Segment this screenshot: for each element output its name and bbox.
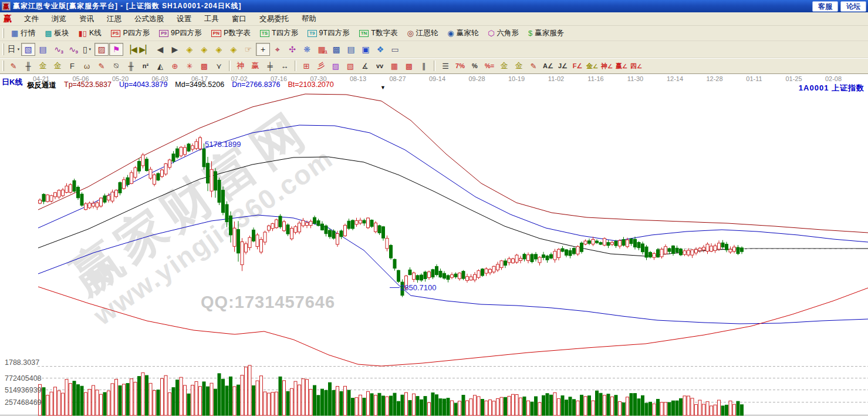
box-tool[interactable]: ⊞ [299, 60, 313, 72]
quote-grid-button[interactable]: ▦行情 [6, 26, 40, 40]
grid-arrow-tool[interactable]: ▩ [402, 60, 416, 72]
menu-item-5[interactable]: 设置 [170, 12, 198, 26]
a-angle-tool[interactable]: A∠ [541, 60, 555, 72]
percent-line-tool[interactable]: %= [482, 60, 497, 72]
starburst-tool[interactable]: ✳ [183, 60, 197, 72]
f-ruler-tool[interactable]: F [65, 60, 79, 72]
wave3-button[interactable]: ∿3 [50, 43, 65, 56]
sector-button[interactable]: ▩板块 [40, 26, 73, 40]
trend-angle-tool[interactable]: ∡ [358, 60, 372, 72]
p-square-button[interactable]: PSP四方形 [106, 26, 155, 40]
percent7-tool[interactable]: 7% [453, 60, 467, 72]
gann-fan-tool[interactable]: 彡 [314, 60, 328, 72]
magnify-button[interactable]: ⌖ [271, 43, 285, 56]
kline-chart-canvas[interactable] [0, 74, 868, 416]
ruler-123-tool-icon: ╪ [267, 62, 272, 71]
prev-bar-button[interactable]: ◀ [153, 43, 167, 56]
web-button[interactable]: ❖ [373, 43, 387, 56]
fork-tool[interactable]: ⋎ [212, 60, 226, 72]
candle-style-dropdown[interactable]: ▯▾ [80, 43, 94, 56]
menu-item-0[interactable]: 文件 [18, 12, 45, 26]
width-measure-tool[interactable]: ↔ [278, 60, 292, 72]
hexagon-button[interactable]: ⬡六角形 [483, 26, 523, 40]
f-angle-tool[interactable]: F∠ [570, 60, 585, 72]
hand-tool-button[interactable]: ☞ [241, 43, 255, 56]
pencil-tool[interactable]: ✎ [6, 60, 21, 72]
ying-ruler-tool[interactable]: 赢 [248, 60, 262, 72]
knife2-tool[interactable]: ✎ [526, 60, 541, 72]
gann-ruler-tool[interactable]: ╫ [21, 60, 35, 72]
zigzag-tool[interactable]: vv [373, 60, 387, 72]
j-angle-tool[interactable]: J∠ [556, 60, 570, 72]
ying-angle-tool[interactable]: 赢∠ [614, 60, 629, 72]
wave9-button[interactable]: ∿9 [65, 43, 79, 56]
percent-tool[interactable]: % [468, 60, 482, 72]
kline-button[interactable]: ▮▯K线 [74, 26, 106, 40]
red-grid-tool[interactable]: ▦ [387, 60, 401, 72]
scroll-right-button[interactable]: ◈ [197, 43, 211, 56]
scroll-left-button[interactable]: ◈ [183, 43, 197, 56]
menu-item-6[interactable]: 工具 [198, 12, 225, 26]
notepad-button[interactable]: ▤ [344, 43, 358, 56]
circle-ruler-tool[interactable]: ⍉ [109, 60, 123, 72]
first-bar-button[interactable]: ▕◀ [124, 43, 138, 56]
fan-box-tool[interactable]: ▨ [329, 60, 343, 72]
menu-item-4[interactable]: 公式选股 [128, 12, 170, 26]
annotation-dash [390, 287, 400, 288]
info-list-button[interactable]: ▤ [36, 43, 50, 56]
customer-service-button[interactable]: 客服 [812, 1, 838, 12]
bars-tool[interactable]: ☰ [438, 60, 452, 72]
crosshair-button[interactable]: + [256, 43, 270, 56]
t-number-button[interactable]: TNT数字表 [354, 26, 403, 40]
gold-angle-tool[interactable]: 金∠ [585, 60, 599, 72]
tick-ruler-tool[interactable]: ╫ [124, 60, 138, 72]
calendar-button[interactable]: ▦21 [315, 43, 329, 56]
zoom-in-diamond-button[interactable]: ◈ [227, 43, 241, 56]
fan-box2-tool[interactable]: ▧ [343, 60, 357, 72]
knife-tool[interactable]: ✎ [94, 60, 109, 72]
p-number-button[interactable]: PNP数字表 [207, 26, 255, 40]
ruler-123-tool[interactable]: ╪ [263, 60, 277, 72]
shen-angle-tool[interactable]: 神∠ [600, 60, 614, 72]
grid-target-tool[interactable]: ▩ [197, 60, 211, 72]
remote-button[interactable]: ▭ [388, 43, 402, 56]
menu-item-7[interactable]: 窗口 [225, 12, 253, 26]
gann-shape-button[interactable]: ✣ [285, 43, 299, 56]
gold-line-tool[interactable]: 金 [512, 60, 526, 72]
period-day-dropdown[interactable]: 日▾ [6, 43, 21, 56]
menu-item-3[interactable]: 江恩 [100, 12, 128, 26]
toolbar-label: 江恩轮 [416, 28, 438, 38]
spiral-tool[interactable]: ω [80, 60, 94, 72]
angle-tool[interactable]: ◭ [153, 60, 167, 72]
winner-service-button[interactable]: $赢家服务 [523, 26, 569, 40]
gold-ruler2-tool[interactable]: 金 [50, 60, 65, 72]
gann-wheel-button[interactable]: ◎江恩轮 [402, 26, 443, 40]
target-tool[interactable]: ⊕ [168, 60, 182, 72]
save-button[interactable]: ▣ [359, 43, 373, 56]
gann-zone-button[interactable]: ▨ [94, 43, 109, 56]
t-square-button[interactable]: TST四方形 [255, 26, 303, 40]
brain-button[interactable]: ❋ [300, 43, 314, 56]
zone-chart-button[interactable]: ▧ [21, 43, 35, 56]
gold-ruler1-tool[interactable]: 金 [36, 60, 50, 72]
menu-item-2[interactable]: 资讯 [73, 12, 100, 26]
color-flag-button[interactable]: ⚑ [109, 43, 123, 56]
t9-square-button[interactable]: T99T四方形 [303, 26, 354, 40]
zoom-out-diamond-button[interactable]: ◈ [212, 43, 226, 56]
gold-circle-tool[interactable]: 金 [497, 60, 511, 72]
menu-item-8[interactable]: 交易委托 [253, 12, 295, 26]
last-bar-button[interactable]: ▶▏ [139, 43, 153, 56]
menu-item-1[interactable]: 浏览 [45, 12, 73, 26]
forum-button[interactable]: 论坛 [840, 1, 866, 12]
next-bar-button[interactable]: ▶ [168, 43, 182, 56]
si-angle-tool[interactable]: 四∠ [629, 60, 643, 72]
gann-ruler-tool-icon: ╫ [25, 62, 31, 71]
shen-ruler-tool[interactable]: 神 [234, 60, 248, 72]
calculator-button[interactable]: ▩ [329, 43, 343, 56]
winner-wheel-button[interactable]: ◉赢家轮 [443, 26, 483, 40]
menu-item-9[interactable]: 帮助 [295, 12, 323, 26]
notepad-icon: ▤ [347, 45, 354, 54]
p9-square-button[interactable]: P99P四方形 [154, 26, 207, 40]
parallel-tool[interactable]: ∥ [417, 60, 431, 72]
n2-tool[interactable]: n² [139, 60, 153, 72]
